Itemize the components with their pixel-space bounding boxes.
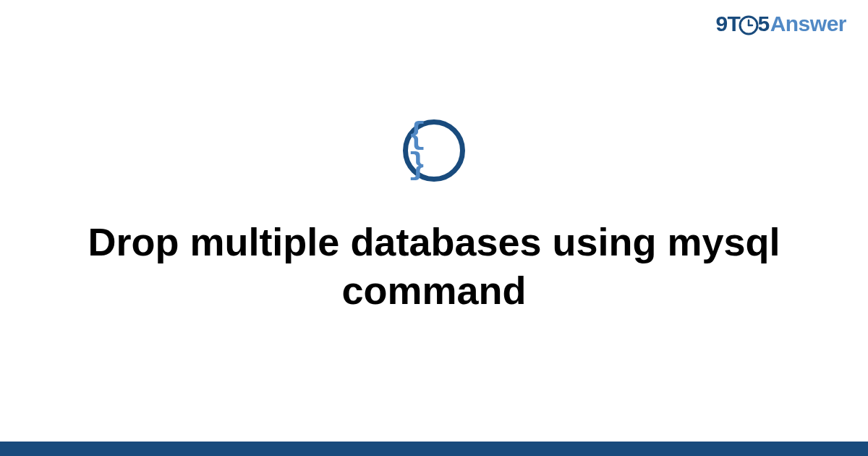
category-icon: { } [403,119,465,182]
main-content: { } Drop multiple databases using mysql … [0,0,868,456]
page-title: Drop multiple databases using mysql comm… [72,218,796,316]
footer-accent-bar [0,442,868,456]
braces-icon: { } [408,120,460,181]
